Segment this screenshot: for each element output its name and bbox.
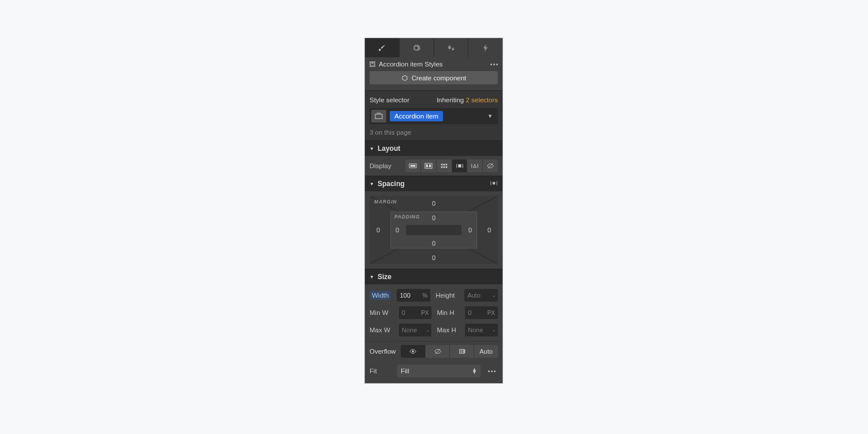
- create-component-button[interactable]: Create component: [370, 71, 498, 84]
- padding-label: PADDING: [394, 214, 420, 220]
- padding-box: PADDING 0 0 0 0: [390, 212, 477, 248]
- tab-effects[interactable]: [434, 38, 469, 57]
- instances-on-page: 3 on this page: [370, 124, 498, 136]
- height-input[interactable]: Auto-: [464, 289, 498, 302]
- svg-rect-5: [426, 164, 429, 167]
- spacing-editor: MARGIN 0 0 0 0 PADDING 0 0 0 0: [365, 191, 503, 269]
- create-component-row: Create component: [365, 71, 503, 90]
- header-more-icon[interactable]: [490, 64, 498, 65]
- display-block-button[interactable]: [405, 159, 421, 172]
- svg-point-15: [412, 350, 414, 353]
- width-input[interactable]: 100%: [397, 289, 430, 302]
- section-spacing-title: Spacing: [378, 180, 405, 188]
- svg-rect-9: [445, 164, 447, 166]
- create-component-label: Create component: [412, 75, 467, 81]
- section-layout[interactable]: ▼ Layout: [365, 140, 503, 156]
- overflow-visible-button[interactable]: [401, 345, 425, 358]
- tab-settings[interactable]: [400, 38, 434, 57]
- margin-right-input[interactable]: 0: [487, 227, 491, 233]
- height-label: Height: [435, 292, 461, 299]
- panel-tabs: [365, 38, 503, 57]
- more-icon: [488, 370, 496, 372]
- chevron-down-icon: ▼: [370, 275, 374, 280]
- overflow-row: Overflow Auto: [365, 341, 503, 361]
- svg-rect-6: [429, 164, 431, 167]
- overflow-label: Overflow: [370, 348, 396, 355]
- svg-rect-7: [441, 164, 443, 166]
- spacing-expand-icon[interactable]: [490, 180, 498, 188]
- select-arrows-icon: ▲▼: [472, 368, 477, 374]
- fit-row: Fit Fill ▲▼: [365, 361, 503, 383]
- collapse-icon[interactable]: [370, 61, 375, 67]
- style-panel: Accordion item Styles Create component S…: [365, 38, 503, 383]
- size-grid: Width 100% Height Auto- Min W 0PX Min H …: [365, 284, 503, 341]
- width-label: Width: [370, 291, 391, 300]
- selector-dropdown-icon[interactable]: ▼: [484, 113, 496, 119]
- svg-rect-3: [410, 165, 415, 167]
- style-selector-block: Style selector Inheriting 2 selectors Ac…: [365, 90, 503, 140]
- svg-rect-13: [458, 164, 461, 167]
- maxh-label: Max H: [437, 327, 461, 333]
- display-inline-button[interactable]: [467, 159, 482, 172]
- content-box: [406, 225, 461, 235]
- display-flex-button[interactable]: [420, 159, 436, 172]
- section-spacing[interactable]: ▼ Spacing: [365, 176, 503, 191]
- display-inlineblock-button[interactable]: [452, 159, 467, 172]
- cube-icon: [401, 75, 408, 81]
- minw-label: Min W: [370, 309, 396, 316]
- margin-left-input[interactable]: 0: [376, 227, 380, 233]
- minh-input[interactable]: 0PX: [465, 306, 498, 319]
- section-layout-title: Layout: [378, 144, 400, 153]
- minh-label: Min H: [437, 309, 461, 316]
- fit-select[interactable]: Fill ▲▼: [397, 365, 481, 377]
- padding-bottom-input[interactable]: 0: [432, 240, 435, 247]
- gear-icon: [412, 43, 421, 53]
- section-size-title: Size: [378, 273, 391, 281]
- selector-state-icon[interactable]: [371, 110, 386, 123]
- tab-style[interactable]: [365, 38, 400, 57]
- fit-value: Fill: [401, 368, 409, 374]
- svg-rect-12: [445, 166, 447, 168]
- chevron-down-icon: ▼: [370, 146, 374, 151]
- style-selector-input[interactable]: Accordion item ▼: [370, 108, 498, 124]
- maxh-input[interactable]: None-: [465, 324, 498, 336]
- chevron-down-icon: ▼: [370, 181, 374, 187]
- margin-top-input[interactable]: 0: [432, 200, 435, 207]
- svg-rect-1: [375, 114, 382, 119]
- svg-rect-8: [444, 164, 445, 166]
- maxw-label: Max W: [370, 327, 396, 333]
- inheriting-label[interactable]: Inheriting 2 selectors: [437, 97, 498, 103]
- margin-box: MARGIN 0 0 0 0 PADDING 0 0 0 0: [370, 196, 498, 264]
- tab-interactions[interactable]: [468, 38, 503, 57]
- overflow-auto-button[interactable]: Auto: [474, 345, 498, 358]
- fit-label: Fit: [370, 368, 393, 374]
- display-none-button[interactable]: [482, 159, 498, 172]
- bolt-icon: [481, 43, 490, 53]
- class-tag[interactable]: Accordion item: [390, 111, 443, 121]
- margin-bottom-input[interactable]: 0: [432, 254, 435, 261]
- element-title: Accordion item Styles: [379, 61, 443, 68]
- padding-right-input[interactable]: 0: [468, 227, 472, 233]
- margin-label: MARGIN: [374, 199, 397, 205]
- style-selector-label: Style selector: [370, 97, 409, 103]
- element-header: Accordion item Styles: [365, 57, 503, 71]
- svg-rect-10: [441, 166, 443, 168]
- display-label: Display: [370, 162, 401, 169]
- padding-top-input[interactable]: 0: [432, 214, 435, 221]
- minw-input[interactable]: 0PX: [399, 306, 432, 319]
- overflow-scroll-button[interactable]: [449, 345, 474, 358]
- section-size[interactable]: ▼ Size: [365, 269, 503, 284]
- overflow-hidden-button[interactable]: [425, 345, 449, 358]
- display-options: [405, 159, 498, 172]
- svg-rect-14: [493, 182, 495, 184]
- svg-rect-0: [370, 61, 375, 67]
- display-row: Display: [365, 156, 503, 176]
- svg-rect-11: [444, 166, 445, 168]
- maxw-input[interactable]: None-: [399, 324, 432, 336]
- fit-more-button[interactable]: [485, 365, 498, 377]
- droplets-icon: [446, 43, 456, 53]
- padding-left-input[interactable]: 0: [396, 227, 399, 233]
- display-grid-button[interactable]: [436, 159, 452, 172]
- brush-icon: [377, 43, 386, 53]
- overflow-options: Auto: [401, 345, 498, 358]
